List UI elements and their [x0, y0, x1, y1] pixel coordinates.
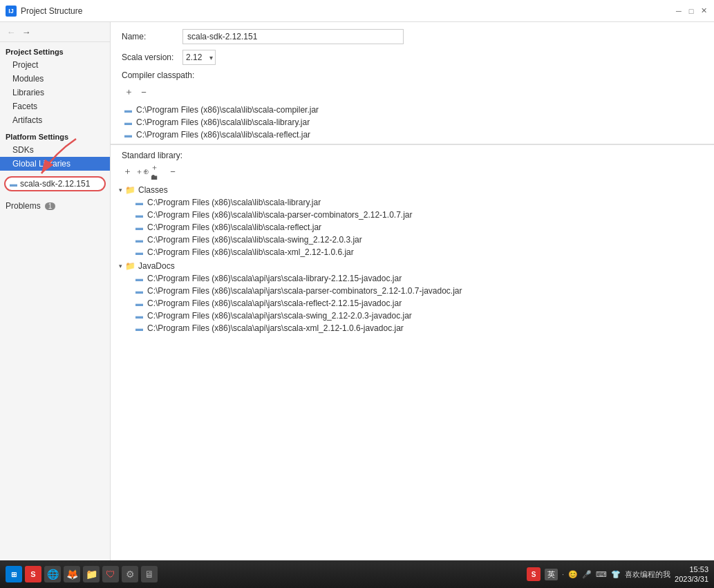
jar-icon: ▬	[135, 274, 143, 283]
sidebar-item-modules[interactable]: Modules	[0, 72, 110, 86]
sidebar-item-global-libraries[interactable]: Global Libraries	[0, 157, 110, 171]
stdlib-add-alt-button[interactable]: ＋⊕	[135, 164, 149, 178]
class-path-2: C:\Program Files (x86)\scala\lib\scala-p…	[147, 210, 412, 220]
taskbar-icon-kbd: ⌨	[596, 570, 607, 579]
jar-icon: ▬	[135, 287, 143, 295]
taskbar-brand-label: 喜欢编程的我	[625, 569, 670, 580]
sidebar-item-sdks[interactable]: SDKs	[0, 143, 110, 157]
taskbar-icon-3[interactable]: 🦊	[64, 566, 80, 582]
jar-icon: ▬	[135, 312, 143, 320]
taskbar-ime[interactable]: 英	[545, 569, 558, 580]
sidebar-item-project[interactable]: Project	[0, 58, 110, 72]
sidebar-item-problems[interactable]: Problems 1	[0, 197, 110, 215]
taskbar-scala-icon: S	[527, 567, 541, 581]
project-structure-window: IJ Project Structure ─ □ ✕ ← → Project S…	[0, 0, 714, 588]
list-item[interactable]: ▬ C:\Program Files (x86)\scala\api\jars\…	[133, 297, 708, 310]
jar-icon: ▬	[124, 118, 132, 126]
taskbar-icon-mic: 🎤	[582, 570, 592, 579]
title-bar: IJ Project Structure ─ □ ✕	[0, 0, 714, 22]
classpath-add-button[interactable]: ＋	[122, 85, 135, 99]
taskbar-punctuation: ·	[562, 570, 564, 578]
taskbar-date-value: 2023/3/31	[675, 574, 708, 584]
list-item[interactable]: ▬ C:\Program Files (x86)\scala\lib\scala…	[133, 221, 708, 234]
taskbar-clock[interactable]: 15:53 2023/3/31	[675, 565, 708, 585]
javadoc-path-1: C:\Program Files (x86)\scala\api\jars\sc…	[147, 274, 402, 283]
taskbar-icon-6[interactable]: ⚙	[122, 566, 138, 582]
stdlib-remove-button[interactable]: −	[166, 164, 180, 178]
javadocs-folder-icon: 📁	[125, 261, 135, 271]
list-item[interactable]: ▬ C:\Program Files (x86)\scala\api\jars\…	[133, 285, 708, 297]
scala-version-select[interactable]: 2.12 2.11 2.13	[182, 50, 216, 65]
detail-bottom: Standard library: ＋ ＋⊕ ＋🖿 − ▾ 📁 Classes	[111, 145, 714, 560]
back-button[interactable]: ←	[4, 25, 18, 39]
class-path-4: C:\Program Files (x86)\scala\lib\scala-s…	[147, 235, 362, 245]
scala-version-row: Scala version: 2.12 2.11 2.13	[122, 50, 703, 65]
stdlib-add-button[interactable]: ＋	[120, 164, 134, 178]
classpath-path-compiler: C:\Program Files (x86)\scala\lib\scala-c…	[136, 105, 319, 115]
class-path-5: C:\Program Files (x86)\scala\lib\scala-x…	[147, 247, 354, 257]
list-item[interactable]: ▬ C:\Program Files (x86)\scala\api\jars\…	[133, 310, 708, 322]
classpath-item-compiler[interactable]: ▬ C:\Program Files (x86)\scala\lib\scala…	[122, 104, 703, 116]
classpath-remove-button[interactable]: −	[137, 85, 151, 99]
list-item[interactable]: ▬ C:\Program Files (x86)\scala\api\jars\…	[133, 322, 708, 334]
project-settings-label: Project Settings	[0, 42, 110, 58]
taskbar-icon-4[interactable]: 📁	[83, 566, 100, 582]
jar-icon: ▬	[135, 299, 143, 307]
taskbar-browser-icon[interactable]: 🌐	[44, 566, 61, 582]
taskbar-app-icon[interactable]: S	[25, 566, 41, 582]
compiler-classpath-label: Compiler classpath:	[122, 70, 703, 80]
sidebar: ← → Project Settings Project Modules Lib…	[0, 22, 111, 560]
class-path-3: C:\Program Files (x86)\scala\lib\scala-r…	[147, 222, 321, 232]
name-label: Name:	[122, 32, 177, 41]
sdk-list-area: ▬ scala-sdk-2.12.151	[0, 173, 110, 194]
classpath-toolbar: ＋ −	[122, 83, 703, 101]
name-input[interactable]	[182, 29, 404, 44]
maximize-button[interactable]: □	[686, 6, 696, 16]
taskbar-right: S 英 · 😊 🎤 ⌨ 👕 喜欢编程的我 15:53 2023/3/31	[527, 565, 708, 585]
javadocs-label: JavaDocs	[138, 261, 175, 271]
start-button[interactable]: ⊞	[6, 566, 22, 582]
platform-settings-label: Platform Settings	[0, 127, 110, 143]
sidebar-item-libraries[interactable]: Libraries	[0, 86, 110, 99]
scala-s-icon: S	[25, 566, 41, 582]
jar-icon: ▬	[124, 106, 132, 114]
window-body: ← → Project Settings Project Modules Lib…	[0, 22, 714, 560]
taskbar-icon-shirt: 👕	[611, 570, 621, 579]
forward-button[interactable]: →	[19, 25, 33, 39]
sidebar-item-artifacts[interactable]: Artifacts	[0, 113, 110, 127]
classpath-item-library[interactable]: ▬ C:\Program Files (x86)\scala\lib\scala…	[122, 116, 703, 129]
title-bar-left: IJ Project Structure	[6, 6, 82, 17]
javadoc-path-5: C:\Program Files (x86)\scala\api\jars\sc…	[147, 323, 404, 333]
javadoc-path-2: C:\Program Files (x86)\scala\api\jars\sc…	[147, 286, 462, 296]
jar-icon: ▬	[135, 236, 143, 244]
std-lib-toolbar: ＋ ＋⊕ ＋🖿 −	[111, 163, 714, 181]
taskbar-icon-emoji: 😊	[568, 570, 578, 579]
minimize-button[interactable]: ─	[674, 6, 684, 16]
class-path-1: C:\Program Files (x86)\scala\lib\scala-l…	[147, 198, 321, 207]
classes-group: ▾ 📁 Classes ▬ C:\Program Files (x86)\sca…	[116, 184, 708, 258]
close-button[interactable]: ✕	[699, 6, 708, 16]
jar-icon: ▬	[135, 248, 143, 256]
javadocs-items: ▬ C:\Program Files (x86)\scala\api\jars\…	[116, 272, 708, 334]
sdk-item-scala[interactable]: ▬ scala-sdk-2.12.151	[4, 176, 106, 191]
jar-icon: ▬	[135, 223, 143, 231]
list-item[interactable]: ▬ C:\Program Files (x86)\scala\lib\scala…	[133, 234, 708, 246]
list-item[interactable]: ▬ C:\Program Files (x86)\scala\lib\scala…	[133, 209, 708, 221]
window-controls: ─ □ ✕	[674, 6, 708, 16]
sidebar-item-facets[interactable]: Facets	[0, 99, 110, 113]
taskbar-time-value: 15:53	[675, 565, 708, 574]
javadocs-group-header[interactable]: ▾ 📁 JavaDocs	[116, 260, 708, 272]
taskbar-icon-7[interactable]: 🖥	[141, 566, 158, 582]
list-item[interactable]: ▬ C:\Program Files (x86)\scala\api\jars\…	[133, 272, 708, 285]
taskbar-left: ⊞ S 🌐 🦊 📁 🛡 ⚙ 🖥	[6, 566, 158, 582]
list-item[interactable]: ▬ C:\Program Files (x86)\scala\lib\scala…	[133, 246, 708, 258]
jar-icon: ▬	[135, 211, 143, 219]
list-item[interactable]: ▬ C:\Program Files (x86)\scala\lib\scala…	[133, 196, 708, 209]
taskbar-icon-5[interactable]: 🛡	[102, 566, 119, 582]
jar-icon: ▬	[124, 131, 132, 139]
classes-group-header[interactable]: ▾ 📁 Classes	[116, 184, 708, 196]
stdlib-add-icon-button[interactable]: ＋🖿	[151, 164, 165, 178]
taskbar: ⊞ S 🌐 🦊 📁 🛡 ⚙ 🖥 S 英 · 😊 🎤 ⌨ 👕 喜欢编程的我 15:…	[0, 560, 714, 588]
classpath-item-reflect[interactable]: ▬ C:\Program Files (x86)\scala\lib\scala…	[122, 129, 703, 141]
jar-icon: ▬	[135, 198, 143, 207]
